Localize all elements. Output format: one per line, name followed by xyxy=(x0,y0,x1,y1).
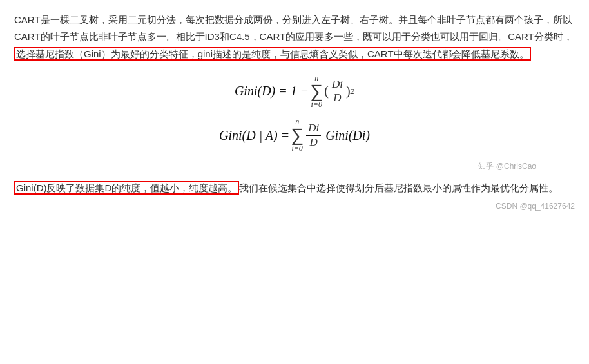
formula1-exp: 2 xyxy=(351,86,355,97)
paragraph-1-highlight: 选择基尼指数（Gini）为最好的分类特征，gini描述的是纯度，与信息熵含义类似… xyxy=(14,47,531,61)
formula2-lhs: Gini(D | A) = xyxy=(219,128,289,143)
formula2-sigma: n ∑ i=0 xyxy=(291,118,304,153)
formula2-frac: Di D xyxy=(306,122,321,149)
watermark-zhihu: 知乎 @ChrisCao xyxy=(14,161,575,172)
formula-row-2: Gini(D | A) = n ∑ i=0 Di D Gini(Di) xyxy=(14,118,575,153)
paragraph-2: Gini(D)反映了数据集D的纯度，值越小，纯度越高。我们在候选集合中选择使得划… xyxy=(14,180,575,196)
formula1-sigma: n ∑ i=0 xyxy=(310,74,323,109)
formula1-frac: Di D xyxy=(330,78,345,105)
paragraph-1: CART是一棵二叉树，采用二元切分法，每次把数据分成两份，分别进入左子树、右子树… xyxy=(14,12,575,62)
formula1-paren-close: ) xyxy=(346,84,351,99)
paragraph-1-text-before: CART是一棵二叉树，采用二元切分法，每次把数据分成两份，分别进入左子树、右子树… xyxy=(14,14,573,42)
watermark-csdn: CSDN @qq_41627642 xyxy=(14,202,575,211)
formula1-paren-open: ( xyxy=(324,84,329,99)
formula-area: Gini(D) = 1 − n ∑ i=0 ( Di D ) 2 Gini(D … xyxy=(14,74,575,153)
formula2-rhs: Gini(Di) xyxy=(322,128,370,143)
formula-row-1: Gini(D) = 1 − n ∑ i=0 ( Di D ) 2 xyxy=(14,74,575,109)
paragraph-2-text-after: 我们在候选集合中选择使得划分后基尼指数最小的属性作为最优化分属性。 xyxy=(239,182,558,193)
paragraph-2-highlight: Gini(D)反映了数据集D的纯度，值越小，纯度越高。 xyxy=(14,181,239,195)
formula1-lhs: Gini(D) = 1 − xyxy=(235,84,309,99)
